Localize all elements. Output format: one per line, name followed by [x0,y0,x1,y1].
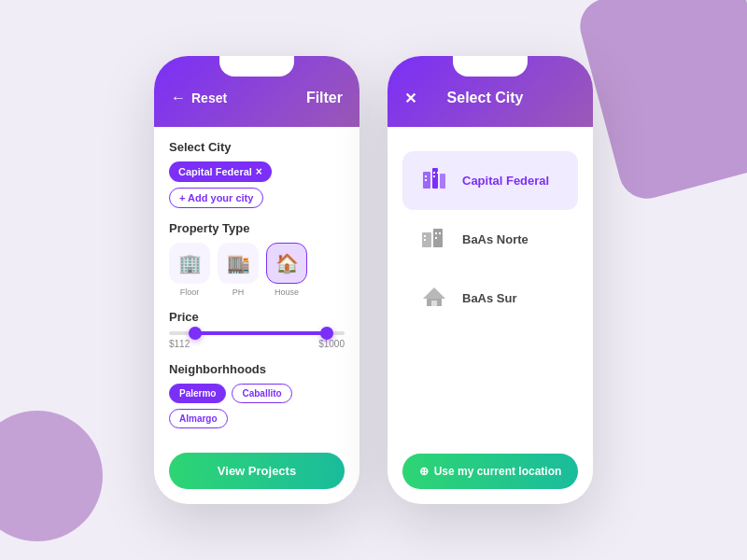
svg-rect-7 [437,172,439,174]
location-footer: ⊕ Use my current location [388,444,593,504]
filter-phone: ← Reset Filter Select City Capital Feder… [154,56,359,504]
select-city-title: Select City [447,90,524,106]
bg-decoration-shape [574,0,747,205]
neighborhood-tags-container: Palermo Caballito Almargo [169,384,345,428]
floor-icon-box: 🏢 [169,243,210,284]
city-name-baas-norte: BaAs Norte [462,232,529,246]
selected-city-label: Capital Federal [178,166,252,177]
ph-icon-box: 🏬 [218,243,259,284]
property-type-title: Property Type [169,221,345,235]
svg-rect-1 [432,168,438,189]
city-item-capital-federal[interactable]: Capital Federal [402,151,578,210]
city-item-baas-sur[interactable]: BaAs Sur [402,269,578,328]
location-icon: ⊕ [419,465,429,478]
property-types-container: 🏢 Floor 🏬 PH 🏠 House [169,243,345,297]
svg-rect-11 [424,239,426,241]
svg-rect-13 [439,232,441,234]
price-title: Price [169,310,345,324]
prop-type-ph[interactable]: 🏬 PH [218,243,259,297]
price-thumb-min[interactable] [189,327,202,340]
city-name-capital-federal: Capital Federal [462,174,549,188]
select-city-body: Capital Federal Ba [388,127,593,444]
house-icon-box: 🏠 [266,243,307,284]
city-tags-container: Capital Federal × + Add your city [169,161,345,208]
bg-decoration-circle [0,411,103,541]
phones-container: ← Reset Filter Select City Capital Feder… [154,56,593,504]
header-back[interactable]: ← Reset [171,90,227,106]
svg-rect-10 [424,235,426,237]
svg-rect-5 [433,172,435,174]
city-item-baas-norte[interactable]: BaAs Norte [402,210,578,269]
close-icon[interactable]: ✕ [404,90,416,107]
svg-rect-3 [425,175,427,177]
price-slider-track[interactable] [169,331,345,335]
svg-rect-2 [440,174,445,189]
price-slider-fill [195,331,327,335]
add-city-button[interactable]: + Add your city [169,188,263,208]
price-labels: $112 $1000 [169,339,345,349]
svg-rect-6 [433,175,435,177]
prop-type-house[interactable]: 🏠 House [266,243,307,297]
filter-title: Filter [306,90,343,106]
price-max: $1000 [318,339,345,349]
price-section: Price $112 $1000 [169,310,345,349]
select-city-title: Select City [169,140,345,154]
city-name-baas-sur: BaAs Sur [462,291,517,305]
ph-label: PH [233,287,245,297]
phone1-notch [219,56,294,77]
svg-marker-15 [423,287,445,299]
neighborhood-palermo[interactable]: Palermo [169,384,226,403]
city-list: Capital Federal Ba [402,140,578,339]
view-projects-button[interactable]: View Projects [169,453,345,489]
phone2-notch [453,56,528,77]
price-thumb-max[interactable] [320,327,333,340]
city-icon-sur [417,280,451,316]
svg-rect-14 [435,237,437,239]
neighborhoods-title: Neighborhhoods [169,362,345,376]
svg-rect-8 [422,232,431,247]
back-icon: ← [171,90,186,106]
price-min: $112 [169,339,190,349]
prop-type-floor[interactable]: 🏢 Floor [169,243,210,297]
filter-body: Select City Capital Federal × + Add your… [154,127,359,443]
filter-footer: View Projects [154,443,359,504]
close-btn[interactable]: ✕ [404,90,416,107]
selected-city-tag[interactable]: Capital Federal × [169,161,272,182]
house-label: House [275,287,299,297]
svg-rect-9 [433,229,443,247]
remove-city-icon[interactable]: × [256,165,262,178]
city-icon-norte [417,221,451,258]
select-city-phone: ✕ Select City [388,56,593,504]
svg-rect-12 [435,232,437,234]
location-label: Use my current location [434,465,562,478]
svg-rect-4 [425,179,427,181]
reset-label[interactable]: Reset [191,91,227,105]
city-icon-capital [417,162,451,199]
floor-label: Floor [180,287,200,297]
neighborhood-caballito[interactable]: Caballito [232,384,291,403]
use-location-button[interactable]: ⊕ Use my current location [402,454,578,489]
svg-rect-17 [431,301,437,306]
neighborhood-almargo[interactable]: Almargo [169,409,228,428]
